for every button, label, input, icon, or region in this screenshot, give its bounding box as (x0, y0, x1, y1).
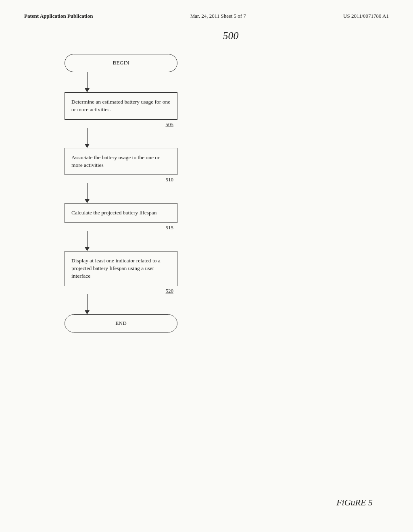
arrow-head-2 (85, 144, 90, 148)
node-515-inner: Calculate the projected battery lifespan… (65, 203, 177, 231)
begin-node: BEGIN (65, 54, 177, 72)
arrow-line-3 (87, 183, 88, 199)
header: Patent Application Publication Mar. 24, … (0, 0, 413, 26)
node-510: Associate the battery usage to the one o… (65, 148, 194, 183)
header-left: Patent Application Publication (24, 13, 93, 19)
node-510-inner: Associate the battery usage to the one o… (65, 148, 177, 183)
arrow-head-1 (85, 88, 90, 92)
figure-caption: FiGuRE 5 (336, 497, 373, 508)
process-515: Calculate the projected battery lifespan (65, 203, 177, 223)
node-begin: BEGIN (65, 54, 194, 72)
header-center: Mar. 24, 2011 Sheet 5 of 7 (190, 13, 246, 19)
step-510-ref: 510 (65, 177, 177, 183)
step-520-ref: 520 (65, 288, 177, 294)
step-505-text: Determine an estimated battery usage for… (71, 99, 170, 112)
process-505: Determine an estimated battery usage for… (65, 92, 177, 120)
begin-label: BEGIN (113, 60, 129, 66)
end-node: END (65, 314, 177, 332)
node-505-inner: Determine an estimated battery usage for… (65, 92, 177, 128)
figure-caption-text: FiGuRE 5 (336, 497, 373, 507)
node-520: Display at least one indicator related t… (65, 251, 194, 294)
arrow-line-2 (87, 128, 88, 144)
page: Patent Application Publication Mar. 24, … (0, 0, 413, 532)
arrow-5 (85, 294, 90, 314)
arrow-head-5 (85, 310, 90, 314)
step-505-ref: 505 (65, 121, 177, 128)
arrow-line-4 (87, 231, 88, 247)
flowchart: BEGIN Determine an estimated battery usa… (0, 54, 413, 332)
arrow-1 (85, 72, 90, 92)
step-515-ref: 515 (65, 224, 177, 231)
process-510: Associate the battery usage to the one o… (65, 148, 177, 175)
arrow-head-4 (85, 247, 90, 251)
arrow-3 (85, 183, 90, 203)
figure-top-label: 500 (24, 30, 413, 42)
arrow-2 (85, 128, 90, 148)
end-label: END (115, 320, 127, 326)
step-520-text: Display at least one indicator related t… (71, 258, 161, 279)
arrow-4 (85, 231, 90, 251)
arrow-line-5 (87, 294, 88, 310)
header-right: US 2011/0071780 A1 (343, 13, 389, 19)
node-515: Calculate the projected battery lifespan… (65, 203, 194, 231)
node-505: Determine an estimated battery usage for… (65, 92, 194, 128)
arrow-line-1 (87, 72, 88, 88)
node-end: END (65, 314, 194, 332)
step-515-text: Calculate the projected battery lifespan (71, 210, 156, 216)
arrow-head-3 (85, 199, 90, 203)
step-510-text: Associate the battery usage to the one o… (71, 154, 160, 168)
process-520: Display at least one indicator related t… (65, 251, 177, 286)
node-520-inner: Display at least one indicator related t… (65, 251, 177, 294)
